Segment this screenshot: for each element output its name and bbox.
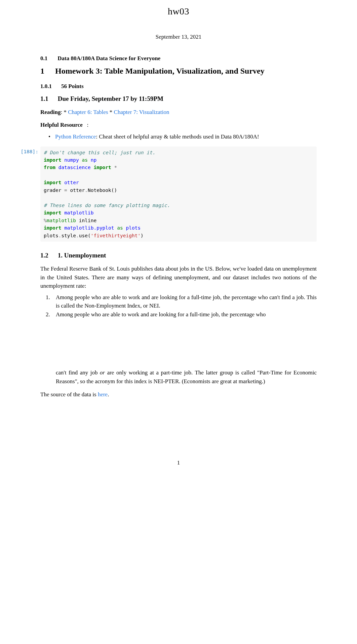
code-text: ) xyxy=(141,233,144,238)
code-string: 'fivethirtyeight' xyxy=(91,233,141,238)
chapter-7-link[interactable]: Chapter 7: Visualization xyxy=(114,109,169,115)
code-keyword: import xyxy=(93,165,111,170)
doc-title: hw03 xyxy=(40,6,317,17)
helpful-bullet-list: Python Reference: Cheat sheet of helpful… xyxy=(40,132,317,141)
code-text: otter xyxy=(67,188,85,193)
text: * xyxy=(108,109,114,115)
code-call: use( xyxy=(79,233,91,238)
code-module: matplotlib xyxy=(64,210,93,215)
list-text: Among people who are able to work and ar… xyxy=(56,294,317,309)
code-module: otter xyxy=(64,180,79,185)
section-title: 56 Points xyxy=(61,83,84,90)
code-keyword: import xyxy=(44,180,61,185)
helpful-label: Helpful Resource xyxy=(40,122,83,128)
source-link[interactable]: here xyxy=(98,391,108,398)
section-1: 1 Homework 3: Table Manipulation, Visual… xyxy=(40,67,317,76)
code-var: grader xyxy=(44,188,64,193)
code-call: Notebook() xyxy=(88,188,117,193)
code-op: * xyxy=(114,165,117,170)
cell-prompt: [188]: xyxy=(17,147,38,154)
text: : * xyxy=(61,109,68,115)
section-number: 1.0.1 xyxy=(40,83,52,90)
code-keyword: from xyxy=(44,165,55,170)
text: : Cheat sheet of helpful array & table m… xyxy=(96,133,259,140)
code-comment: # These lines do some fancy plotting mag… xyxy=(44,203,170,208)
code-module: matplotlib.pyplot xyxy=(64,225,114,231)
code-cell: [188]: # Don't change this cell; just ru… xyxy=(40,147,317,242)
chapter-6-link[interactable]: Chapter 6: Tables xyxy=(68,109,108,115)
code-module: datascience xyxy=(58,165,91,170)
code-comment: # Don't change this cell; just run it. xyxy=(44,150,155,155)
section-1-2: 1.2 1. Unemployment xyxy=(40,252,317,259)
reading-label: Reading xyxy=(40,109,61,115)
code-op: = xyxy=(64,188,67,193)
section-number: 1.2 xyxy=(40,252,48,259)
text: : xyxy=(87,122,89,128)
emphasis: or xyxy=(100,369,105,376)
section-number: 1 xyxy=(40,67,44,76)
list-item: Python Reference: Cheat sheet of helpful… xyxy=(55,132,317,141)
code-block: # Don't change this cell; just run it. i… xyxy=(40,147,317,242)
section-number: 1.1 xyxy=(40,95,48,103)
list-item: 2. Among people who are able to work and… xyxy=(56,310,317,319)
code-alias: plots xyxy=(126,225,141,231)
section-title: Data 80A/180A Data Science for Everyone xyxy=(57,55,160,62)
section-1-1: 1.1 Due Friday, September 17 by 11:59PM xyxy=(40,95,317,103)
section-title: 1. Unemployment xyxy=(58,252,106,259)
code-keyword: import xyxy=(44,225,61,231)
unemployment-definitions-list: 1. Among people who are able to work and… xyxy=(40,293,317,319)
code-text: inline xyxy=(76,218,96,223)
section-title: Homework 3: Table Manipulation, Visualiz… xyxy=(55,67,265,76)
list-text: Among people who are able to work and ar… xyxy=(56,311,266,318)
list-number: 1. xyxy=(46,293,50,302)
paragraph: The Federal Reserve Bank of St. Louis pu… xyxy=(40,265,317,290)
code-keyword: as xyxy=(117,225,123,231)
code-attr: style xyxy=(61,233,76,238)
python-reference-link[interactable]: Python Reference xyxy=(55,133,96,140)
page-number: 1 xyxy=(40,459,317,466)
code-var: plots xyxy=(44,233,58,238)
text: The source of the data is xyxy=(40,391,98,398)
code-alias: np xyxy=(91,157,96,163)
reading-line: Reading: * Chapter 6: Tables * Chapter 7… xyxy=(40,108,317,117)
doc-date: September 13, 2021 xyxy=(40,34,317,40)
code-magic: matplotlib xyxy=(47,218,76,223)
text: . xyxy=(108,391,109,398)
section-number: 0.1 xyxy=(40,55,47,62)
text: can't find any job xyxy=(56,369,100,376)
code-keyword: import xyxy=(44,157,61,163)
code-keyword: import xyxy=(44,210,61,215)
source-line: The source of the data is here. xyxy=(40,390,317,399)
list-number: 2. xyxy=(46,310,50,319)
helpful-line: Helpful Resource : xyxy=(40,121,317,129)
list-item-continued: can't find any job or are only working a… xyxy=(40,368,317,386)
code-op: . xyxy=(85,188,88,193)
section-1-0-1: 1.0.1 56 Points xyxy=(40,83,317,90)
list-item: 1. Among people who are able to work and… xyxy=(56,293,317,310)
section-0-1: 0.1 Data 80A/180A Data Science for Every… xyxy=(40,55,317,62)
code-op: . xyxy=(76,233,79,238)
code-magic-pct: % xyxy=(44,218,47,223)
code-module: numpy xyxy=(64,157,79,163)
section-title: Due Friday, September 17 by 11:59PM xyxy=(58,95,163,103)
code-keyword: as xyxy=(82,157,88,163)
